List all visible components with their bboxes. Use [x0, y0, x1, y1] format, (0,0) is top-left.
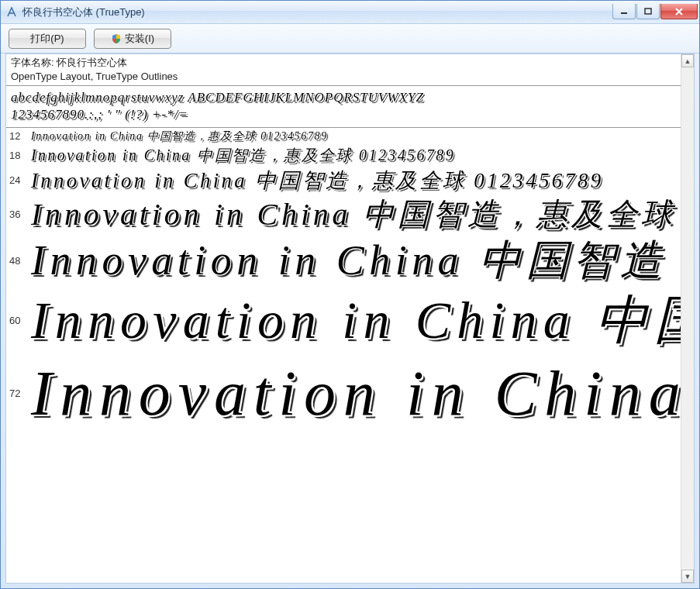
- sample-row-48: 48Innovation in China 中国智造，惠及全球 01234567…: [6, 235, 681, 288]
- font-metadata: 字体名称: 怀良行书空心体 OpenType Layout, TrueType …: [6, 54, 681, 86]
- font-viewer-window: 怀良行书空心体 (TrueType) 打印(P): [0, 0, 700, 589]
- sample-row-24: 24Innovation in China 中国智造，惠及全球 01234567…: [6, 167, 681, 195]
- sample-text: Innovation in China 中国智造，惠及全球 0123456789: [31, 235, 681, 288]
- svg-rect-1: [645, 9, 651, 14]
- print-button[interactable]: 打印(P): [9, 29, 86, 49]
- font-preview-scroll[interactable]: 字体名称: 怀良行书空心体 OpenType Layout, TrueType …: [6, 54, 681, 583]
- font-tech-line: OpenType Layout, TrueType Outlines: [11, 70, 676, 84]
- svg-rect-0: [621, 12, 627, 14]
- sample-size-label: 18: [9, 150, 31, 161]
- install-button[interactable]: 安装(I): [94, 29, 171, 49]
- sample-row-18: 18Innovation in China 中国智造，惠及全球 01234567…: [6, 145, 681, 167]
- vertical-scrollbar[interactable]: ▲ ▼: [681, 54, 694, 583]
- print-button-label: 打印(P): [30, 32, 64, 46]
- close-button[interactable]: [660, 4, 698, 19]
- sample-text: Innovation in China 中国智造，惠及全球 0123456789: [31, 129, 328, 143]
- sample-row-72: 72Innovation in China 中国智造，惠及全球 01234567…: [6, 354, 681, 433]
- sample-size-label: 72: [9, 388, 31, 399]
- glyph-alpha: abcdefghijklmnopqrstuvwxyz ABCDEFGHIJKLM…: [11, 89, 676, 106]
- sample-row-36: 36Innovation in China 中国智造，惠及全球 01234567…: [6, 195, 681, 235]
- sample-size-label: 60: [9, 315, 31, 326]
- sample-size-label: 48: [9, 255, 31, 267]
- app-icon: [5, 6, 18, 19]
- glyph-sample: abcdefghijklmnopqrstuvwxyz ABCDEFGHIJKLM…: [6, 86, 681, 127]
- sample-text: Innovation in China 中国智造，惠及全球 0123456789: [31, 354, 681, 433]
- maximize-button[interactable]: [636, 4, 660, 19]
- sample-text: Innovation in China 中国智造，惠及全球 0123456789: [31, 145, 455, 166]
- shield-icon: [111, 33, 122, 44]
- sample-text: Innovation in China 中国智造，惠及全球 0123456789: [31, 195, 681, 235]
- sample-row-12: 12Innovation in China 中国智造，惠及全球 01234567…: [6, 128, 681, 145]
- install-button-label: 安装(I): [125, 32, 154, 46]
- content-area: 字体名称: 怀良行书空心体 OpenType Layout, TrueType …: [5, 53, 695, 584]
- sample-size-label: 36: [9, 208, 31, 220]
- sample-size-label: 12: [9, 130, 31, 142]
- scroll-up-button[interactable]: ▲: [681, 54, 694, 67]
- titlebar[interactable]: 怀良行书空心体 (TrueType): [1, 1, 699, 24]
- sample-row-60: 60Innovation in China 中国智造，惠及全球 01234567…: [6, 288, 681, 354]
- sample-text: Innovation in China 中国智造，惠及全球 0123456789: [31, 167, 604, 195]
- sample-text: Innovation in China 中国智造，惠及全球 0123456789: [31, 288, 681, 354]
- scroll-down-button[interactable]: ▼: [681, 570, 694, 583]
- window-controls: [612, 4, 698, 19]
- font-name-line: 字体名称: 怀良行书空心体: [11, 56, 676, 70]
- size-samples: 12Innovation in China 中国智造，惠及全球 01234567…: [6, 128, 681, 433]
- sample-size-label: 24: [9, 174, 31, 186]
- glyph-symbols: 1234567890.:,; ' " (!?) +-*/=: [11, 106, 676, 123]
- window-title: 怀良行书空心体 (TrueType): [22, 5, 612, 19]
- minimize-button[interactable]: [612, 4, 636, 19]
- toolbar: 打印(P) 安装(I): [1, 24, 699, 53]
